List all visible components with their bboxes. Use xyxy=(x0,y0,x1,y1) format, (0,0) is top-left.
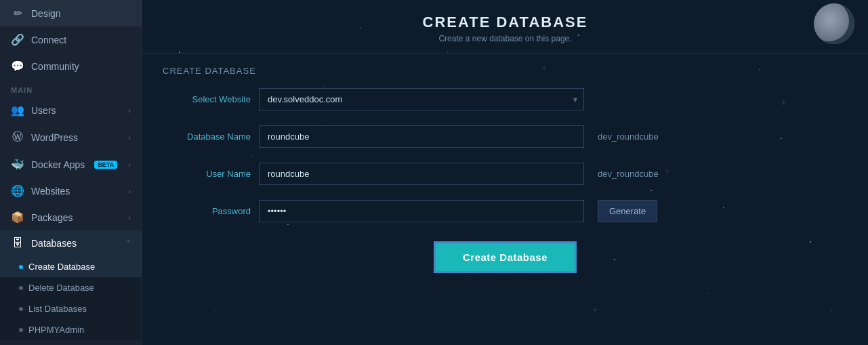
sidebar-item-label: Connect xyxy=(31,35,66,45)
sidebar-item-label: Websites xyxy=(31,186,70,197)
sidebar-item-design[interactable]: ✏ Design xyxy=(0,0,142,26)
community-icon: 💬 xyxy=(11,60,24,73)
packages-icon: 📦 xyxy=(11,211,24,224)
password-label: Password xyxy=(163,206,251,216)
users-icon: 👥 xyxy=(11,104,24,117)
user-name-label: User Name xyxy=(163,169,251,179)
dot-icon xyxy=(19,286,23,290)
databases-icon: 🗄 xyxy=(11,237,24,249)
select-website-dropdown[interactable]: dev.solveddoc.com xyxy=(259,88,584,110)
sidebar-item-label: WordPress xyxy=(31,132,78,143)
sidebar-item-label: Community xyxy=(31,61,79,72)
sidebar-item-packages[interactable]: 📦 Packages › xyxy=(0,204,142,230)
sidebar-item-label: Packages xyxy=(31,212,73,223)
sidebar-item-community[interactable]: 💬 Community xyxy=(0,53,142,79)
page-header: CREATE DATABASE Create a new database on… xyxy=(142,0,868,54)
form-row-user-name: User Name dev_roundcube xyxy=(163,163,848,185)
chevron-right-icon: › xyxy=(128,214,131,222)
create-database-button[interactable]: Create Database xyxy=(434,241,577,273)
sidebar-item-label: Databases xyxy=(31,238,77,249)
generate-button[interactable]: Generate xyxy=(598,200,657,222)
user-name-input[interactable] xyxy=(259,163,584,185)
chevron-down-icon: ˅ xyxy=(127,239,131,248)
form-row-select-website: Select Website dev.solveddoc.com xyxy=(163,88,848,110)
main-content: +++++++ CREATE DATABASE Create a new dat… xyxy=(142,0,868,345)
submenu-item-label: List Databases xyxy=(28,304,87,314)
sidebar-submenu-item-create-database[interactable]: Create Database xyxy=(0,256,142,277)
database-name-input[interactable] xyxy=(259,125,584,148)
sidebar-submenu-item-list-databases[interactable]: List Databases xyxy=(0,298,142,319)
submenu-item-label: Delete Database xyxy=(28,283,94,293)
select-website-wrapper[interactable]: dev.solveddoc.com xyxy=(259,88,584,110)
sidebar-item-label: Users xyxy=(31,105,56,116)
form-container: CREATE DATABASE Select Website dev.solve… xyxy=(142,54,868,345)
submenu-item-label: PHPMYAdmin xyxy=(28,325,84,335)
sidebar-nav-top: ✏ Design 🔗 Connect 💬 Community xyxy=(0,0,142,79)
sidebar-item-label: Design xyxy=(31,8,61,19)
sidebar-item-wordpress[interactable]: Ⓦ WordPress › xyxy=(0,123,142,151)
chevron-right-icon: › xyxy=(128,134,131,142)
sidebar-submenu-databases: Create Database Delete Database List Dat… xyxy=(0,256,142,340)
connect-icon: 🔗 xyxy=(11,33,24,46)
sidebar-item-connect[interactable]: 🔗 Connect xyxy=(0,26,142,53)
sidebar-item-users[interactable]: 👥 Users › xyxy=(0,97,142,123)
form-row-password: Password Generate xyxy=(163,200,848,222)
page-title: CREATE DATABASE xyxy=(142,14,868,31)
beta-badge: BETA xyxy=(94,161,117,169)
password-input[interactable] xyxy=(259,200,584,222)
dot-icon xyxy=(19,307,23,311)
form-row-submit: Create Database xyxy=(163,237,848,277)
sidebar-item-label: Docker Apps xyxy=(31,159,85,170)
submenu-item-label: Create Database xyxy=(28,262,95,272)
sidebar: ✏ Design 🔗 Connect 💬 Community MAIN 👥 Us… xyxy=(0,0,142,345)
form-section-title: CREATE DATABASE xyxy=(163,66,848,76)
sidebar-submenu-item-phpmyadmin[interactable]: PHPMYAdmin xyxy=(0,319,142,340)
database-name-label: Database Name xyxy=(163,131,251,142)
sidebar-item-docker-apps[interactable]: 🐳 Docker Apps BETA › xyxy=(0,151,142,178)
sidebar-item-databases[interactable]: 🗄 Databases ˅ xyxy=(0,230,142,256)
sidebar-submenu-item-delete-database[interactable]: Delete Database xyxy=(0,277,142,298)
sidebar-item-websites[interactable]: 🌐 Websites › xyxy=(0,178,142,204)
design-icon: ✏ xyxy=(11,7,24,20)
active-dot xyxy=(19,265,23,269)
websites-icon: 🌐 xyxy=(11,184,24,197)
dot-icon xyxy=(19,328,23,332)
page-subtitle: Create a new database on this page. xyxy=(142,34,868,43)
chevron-right-icon: › xyxy=(128,106,131,115)
select-website-label: Select Website xyxy=(163,94,251,104)
chevron-right-icon: › xyxy=(128,161,131,169)
form-row-database-name: Database Name dev_roundcube xyxy=(163,125,848,148)
database-name-suffix: dev_roundcube xyxy=(598,131,659,142)
chevron-right-icon: › xyxy=(128,187,131,195)
wordpress-icon: Ⓦ xyxy=(11,130,24,144)
user-name-suffix: dev_roundcube xyxy=(598,169,659,179)
sidebar-section-main: MAIN xyxy=(0,79,142,97)
docker-icon: 🐳 xyxy=(11,158,24,171)
